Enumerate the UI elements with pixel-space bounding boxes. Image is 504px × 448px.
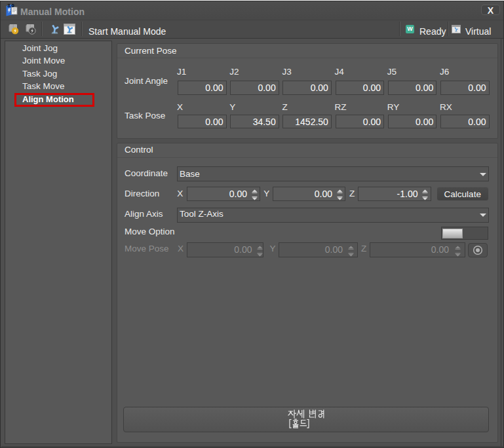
svg-text:3.0: 3.0 — [7, 3, 14, 9]
